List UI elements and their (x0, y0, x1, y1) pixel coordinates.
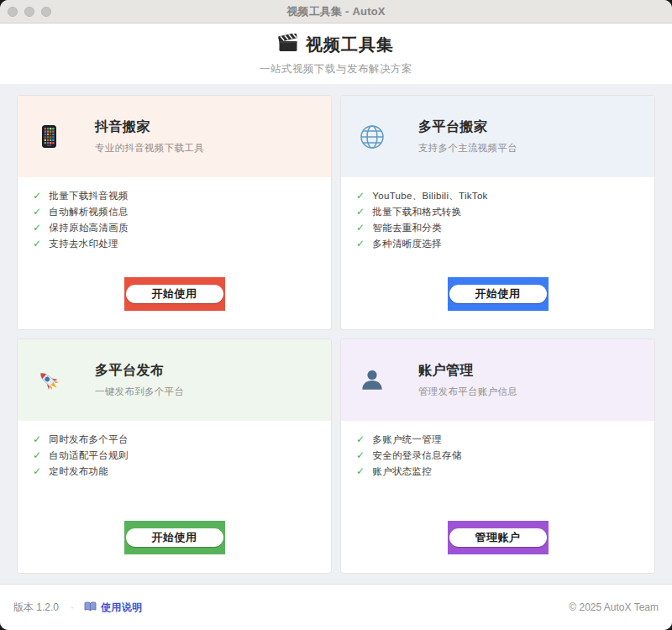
card-footer: 开始使用 (18, 277, 331, 329)
card-footer: 管理账户 (341, 521, 654, 573)
feature-item: ✓同时发布多个平台 (33, 432, 331, 448)
button-frame: 管理账户 (448, 521, 549, 554)
check-icon: ✓ (356, 188, 365, 204)
card-header-text: 多平台发布 一键发布到多个平台 (95, 362, 184, 398)
card-title: 多平台发布 (95, 362, 184, 380)
card-title: 抖音搬家 (95, 118, 204, 136)
check-icon: ✓ (356, 220, 365, 236)
button-frame: 开始使用 (448, 277, 549, 311)
check-icon: ✓ (33, 236, 41, 252)
phone-icon (34, 125, 63, 148)
check-icon: ✓ (33, 448, 41, 464)
feature-item: ✓YouTube、Bilibili、TikTok (356, 188, 654, 204)
manage-accounts-button[interactable]: 管理账户 (449, 528, 547, 547)
button-frame: 开始使用 (124, 277, 225, 311)
check-icon: ✓ (356, 464, 365, 480)
user-icon (358, 369, 386, 391)
check-icon: ✓ (33, 188, 41, 204)
feature-item: ✓自动解析视频信息 (33, 204, 331, 220)
card-header-text: 多平台搬家 支持多个主流视频平台 (418, 118, 517, 155)
card-footer: 开始使用 (18, 521, 331, 573)
version-label: 版本 1.2.0 (13, 601, 59, 615)
page-title: 视频工具集 (306, 34, 394, 56)
start-publish-button[interactable]: 开始使用 (126, 528, 223, 547)
main-content: 抖音搬家 专业的抖音视频下载工具 ✓批量下载抖音视频 ✓自动解析视频信息 ✓保持… (0, 84, 672, 584)
feature-item: ✓智能去重和分类 (356, 220, 654, 236)
clapperboard-icon (278, 34, 298, 55)
card-header: 抖音搬家 专业的抖音视频下载工具 (18, 96, 331, 177)
close-button[interactable] (8, 7, 18, 17)
titlebar: 视频工具集 - AutoX (0, 0, 672, 24)
card-subtitle: 一键发布到多个平台 (95, 386, 184, 398)
card-header-text: 抖音搬家 专业的抖音视频下载工具 (95, 118, 204, 155)
feature-item: ✓批量下载抖音视频 (33, 188, 331, 204)
check-icon: ✓ (356, 432, 365, 448)
card-footer: 开始使用 (341, 277, 654, 329)
card-subtitle: 专业的抖音视频下载工具 (95, 142, 204, 155)
feature-item: ✓批量下载和格式转换 (356, 204, 654, 220)
book-icon (84, 601, 97, 614)
app-window: 视频工具集 - AutoX 视频工具集 一站式视频下载与发布解决方案 (0, 0, 672, 630)
start-douyin-button[interactable]: 开始使用 (126, 285, 223, 303)
globe-icon (358, 124, 386, 150)
feature-item: ✓支持去水印处理 (33, 236, 331, 252)
page-subtitle: 一站式视频下载与发布解决方案 (0, 62, 672, 76)
check-icon: ✓ (33, 432, 41, 448)
help-link-label: 使用说明 (101, 601, 142, 615)
footer-separator: · (71, 601, 74, 613)
help-link[interactable]: 使用说明 (84, 601, 142, 615)
feature-item: ✓多种清晰度选择 (356, 236, 654, 252)
button-frame: 开始使用 (124, 521, 225, 554)
feature-list: ✓同时发布多个平台 ✓自动适配平台规则 ✓定时发布功能 (18, 421, 331, 480)
check-icon: ✓ (356, 204, 365, 220)
card-title: 账户管理 (418, 362, 517, 380)
window-controls (8, 7, 51, 17)
card-header: 多平台发布 一键发布到多个平台 (18, 339, 331, 421)
card-title: 多平台搬家 (418, 118, 517, 136)
check-icon: ✓ (356, 236, 365, 252)
feature-item: ✓自动适配平台规则 (33, 448, 331, 464)
feature-list: ✓批量下载抖音视频 ✓自动解析视频信息 ✓保持原始高清画质 ✓支持去水印处理 (18, 177, 331, 252)
app-header: 视频工具集 一站式视频下载与发布解决方案 (0, 24, 672, 84)
window-title: 视频工具集 - AutoX (286, 4, 385, 19)
footer: 版本 1.2.0 · 使用说明 © 2025 AutoX Team (0, 584, 672, 630)
card-subtitle: 管理发布平台账户信息 (418, 386, 517, 398)
card-grid: 抖音搬家 专业的抖音视频下载工具 ✓批量下载抖音视频 ✓自动解析视频信息 ✓保持… (17, 95, 655, 574)
feature-list: ✓YouTube、Bilibili、TikTok ✓批量下载和格式转换 ✓智能去… (341, 177, 654, 252)
card-subtitle: 支持多个主流视频平台 (418, 142, 517, 155)
feature-item: ✓定时发布功能 (33, 464, 331, 480)
minimize-button[interactable] (24, 7, 34, 17)
card-multiplatform-mover: 多平台搬家 支持多个主流视频平台 ✓YouTube、Bilibili、TikTo… (340, 95, 655, 330)
zoom-button[interactable] (41, 7, 51, 17)
card-header-text: 账户管理 管理发布平台账户信息 (418, 362, 517, 398)
card-multiplatform-publish: 多平台发布 一键发布到多个平台 ✓同时发布多个平台 ✓自动适配平台规则 ✓定时发… (17, 339, 332, 574)
check-icon: ✓ (33, 220, 41, 236)
copyright: © 2025 AutoX Team (569, 601, 659, 613)
feature-list: ✓多账户统一管理 ✓安全的登录信息存储 ✓账户状态监控 (341, 421, 654, 480)
feature-item: ✓多账户统一管理 (356, 432, 654, 448)
card-account-management: 账户管理 管理发布平台账户信息 ✓多账户统一管理 ✓安全的登录信息存储 ✓账户状… (340, 339, 655, 574)
card-header: 多平台搬家 支持多个主流视频平台 (341, 96, 654, 177)
card-douyin-mover: 抖音搬家 专业的抖音视频下载工具 ✓批量下载抖音视频 ✓自动解析视频信息 ✓保持… (17, 95, 332, 330)
rocket-icon (34, 368, 63, 393)
feature-item: ✓保持原始高清画质 (33, 220, 331, 236)
check-icon: ✓ (356, 448, 365, 464)
feature-item: ✓账户状态监控 (356, 464, 654, 480)
start-multiplatform-button[interactable]: 开始使用 (449, 285, 547, 303)
check-icon: ✓ (33, 464, 41, 480)
feature-item: ✓安全的登录信息存储 (356, 448, 654, 464)
check-icon: ✓ (33, 204, 41, 220)
card-header: 账户管理 管理发布平台账户信息 (341, 339, 654, 421)
